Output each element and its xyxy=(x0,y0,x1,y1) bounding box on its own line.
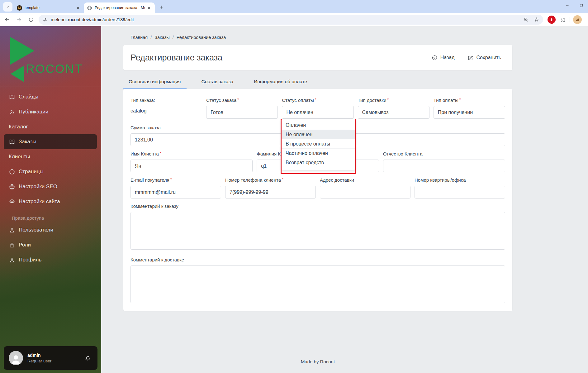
first-name-input[interactable] xyxy=(130,160,253,172)
email-input[interactable] xyxy=(130,186,221,198)
user-icon xyxy=(9,227,15,233)
field-label: Имя Клиента xyxy=(130,151,159,156)
field-label: Адрес доставки xyxy=(320,177,354,183)
zoom-icon[interactable] xyxy=(523,17,529,22)
chevron-down-icon xyxy=(6,5,10,9)
phone-input[interactable] xyxy=(225,186,316,198)
sidebar-item-slides[interactable]: Слайды xyxy=(0,89,101,104)
back-button[interactable]: Назад xyxy=(432,55,455,61)
required-asterisk: * xyxy=(315,98,316,102)
bookmark-star-icon[interactable] xyxy=(534,17,539,22)
field-label: E-mail покупателя xyxy=(130,177,169,183)
user-icon xyxy=(9,257,15,263)
payment-status-input[interactable] xyxy=(282,106,353,119)
delivery-type-input[interactable] xyxy=(358,106,429,119)
save-button[interactable]: Сохранить xyxy=(467,55,501,61)
annotation-red-box: Оплачен Не оплачен В процессе оплаты Час… xyxy=(281,119,356,174)
sidebar-item-orders[interactable]: Заказы xyxy=(4,134,97,149)
back-icon[interactable] xyxy=(2,15,12,24)
close-tab-icon[interactable] xyxy=(146,5,152,11)
arrow-left-circle-icon xyxy=(432,55,438,61)
field-phone: Номер телефона клиента* xyxy=(225,177,316,198)
field-label: Номер квартиры/офиса xyxy=(415,177,466,183)
sidebar-item-label: Настройки SEO xyxy=(19,184,57,190)
breadcrumb: Главная / Заказы / Редактирование заказа xyxy=(130,35,226,40)
field-order-comment: Комментарий к заказу xyxy=(130,203,505,251)
field-label: Комментарий к доставке xyxy=(130,257,184,262)
sidebar-item-catalog[interactable]: Каталог xyxy=(0,119,101,134)
required-asterisk: * xyxy=(237,98,239,102)
browser-tab-template[interactable]: M template xyxy=(14,2,84,13)
field-order-status: Статус заказа* xyxy=(206,98,278,119)
sidebar-item-clients[interactable]: Клиенты xyxy=(0,149,101,164)
url-text[interactable]: melenni.rocont.dev/admin/orders/139/edit xyxy=(51,17,518,22)
bell-icon[interactable] xyxy=(84,355,91,361)
tab-title: Редактирование заказа - Mele xyxy=(95,6,145,10)
user-avatar xyxy=(9,351,23,365)
sidebar-item-label: Слайды xyxy=(19,94,38,100)
sidebar-item-label: Настройки сайта xyxy=(19,198,60,205)
field-label: Номер телефона клиента xyxy=(225,177,281,183)
profile-avatar[interactable] xyxy=(573,15,582,24)
sidebar-item-users[interactable]: Пользователи xyxy=(0,222,101,237)
address-bar[interactable]: melenni.rocont.dev/admin/orders/139/edit xyxy=(39,15,543,25)
logo-back-triangle-icon xyxy=(11,65,24,82)
payment-type-input[interactable] xyxy=(434,106,505,119)
dropdown-option-not-paid[interactable]: Не оплачен xyxy=(282,130,355,139)
sidebar-item-label: Клиенты xyxy=(9,154,30,160)
sidebar-item-label: Пользователи xyxy=(19,227,53,233)
sidebar-section-access-rights: Права доступа xyxy=(0,213,101,222)
dropdown-option-paid[interactable]: Оплачен xyxy=(282,121,355,130)
page-header-card: Редактирование заказа Назад Сохранить xyxy=(123,45,512,70)
field-label: Сумма заказа xyxy=(130,125,161,130)
sidebar-user-card[interactable]: admin Regular user xyxy=(4,346,97,370)
sidebar-item-label: Страницы xyxy=(19,169,44,175)
sidebar-item-label: Заказы xyxy=(19,139,36,145)
sidebar: ROCONT Слайды Публикации Каталог xyxy=(0,26,101,373)
globe-icon xyxy=(9,184,15,190)
form-tabs: Основная информация Состав заказа Информ… xyxy=(123,77,313,89)
breadcrumb-home[interactable]: Главная xyxy=(130,35,148,40)
tab-order-contents[interactable]: Состав заказа xyxy=(196,77,239,89)
new-tab-button[interactable] xyxy=(157,3,165,11)
sidebar-section-label: Права доступа xyxy=(12,215,44,221)
order-comment-textarea[interactable] xyxy=(130,212,505,250)
page-title: Редактирование заказа xyxy=(130,53,432,63)
middle-name-input[interactable] xyxy=(383,160,505,172)
tab-main-info[interactable]: Основная информация xyxy=(123,77,187,89)
delivery-comment-textarea[interactable] xyxy=(130,265,505,303)
field-label: Статус оплаты xyxy=(282,98,314,103)
close-tab-icon[interactable] xyxy=(75,5,81,11)
extensions-puzzle-icon[interactable] xyxy=(560,17,566,23)
window-minimize-button[interactable] xyxy=(561,0,574,11)
tab-search-button[interactable] xyxy=(3,2,12,12)
site-settings-icon[interactable] xyxy=(42,17,48,22)
dropdown-option-in-progress[interactable]: В процессе оплаты xyxy=(282,139,355,149)
sidebar-item-label: Каталог xyxy=(9,124,28,130)
sidebar-item-seo-settings[interactable]: Настройки SEO xyxy=(0,179,101,194)
adblock-extension-icon[interactable] xyxy=(548,16,556,24)
forward-icon[interactable] xyxy=(14,15,24,24)
reload-icon[interactable] xyxy=(26,15,36,24)
window-restore-button[interactable] xyxy=(574,0,588,11)
browser-tab-active[interactable]: Редактирование заказа - Mele xyxy=(84,2,155,13)
sidebar-item-site-settings[interactable]: Настройки сайта xyxy=(0,194,101,209)
user-role: Regular user xyxy=(27,359,84,363)
rss-icon xyxy=(9,109,15,115)
breadcrumb-current: Редактирование заказа xyxy=(177,35,226,40)
sidebar-item-pages[interactable]: Страницы xyxy=(0,164,101,179)
tab-payment-info[interactable]: Информация об оплате xyxy=(248,77,313,89)
sidebar-item-profile[interactable]: Профиль xyxy=(0,252,101,267)
apartment-input[interactable] xyxy=(415,186,505,198)
browser-tab-strip: M template Редактирование заказа - Mele xyxy=(0,0,588,13)
book-icon xyxy=(9,139,15,145)
address-input[interactable] xyxy=(320,186,410,198)
field-order-type: Тип заказа: catalog xyxy=(130,98,202,119)
order-status-input[interactable] xyxy=(206,106,278,119)
dropdown-option-refund[interactable]: Возврат средств xyxy=(282,158,355,167)
sidebar-item-roles[interactable]: Роли xyxy=(0,237,101,252)
dropdown-option-partially-paid[interactable]: Частично оплачен xyxy=(282,149,355,158)
rocont-logo: ROCONT xyxy=(0,26,101,87)
breadcrumb-orders[interactable]: Заказы xyxy=(154,35,169,40)
sidebar-item-publications[interactable]: Публикации xyxy=(0,104,101,119)
